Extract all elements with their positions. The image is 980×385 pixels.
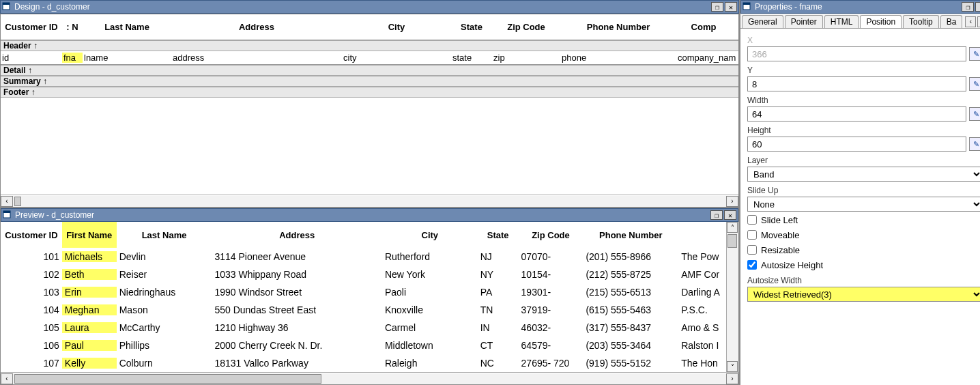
tab-pointer[interactable]: Pointer <box>785 15 823 28</box>
scroll-thumb[interactable] <box>14 197 21 206</box>
y-expr-button[interactable]: ✎ <box>969 77 980 91</box>
preview-scroll-thumb[interactable] <box>14 374 321 384</box>
table-row[interactable]: 104MeghanMason550 Dundas Street EastKnox… <box>1 301 726 319</box>
table-row[interactable]: 106PaulPhillips2000 Cherry Creek N. Dr.M… <box>1 337 726 354</box>
preview-column-header[interactable]: Last Name <box>117 222 212 248</box>
table-row[interactable]: 102BethReiser1033 Whippany RoadNew YorkN… <box>1 266 726 283</box>
preview-column-header[interactable]: Customer ID <box>1 222 62 248</box>
preview-column-header[interactable]: Phone Number <box>583 222 678 248</box>
design-field[interactable]: state <box>451 53 492 63</box>
height-expr-button[interactable]: ✎ <box>969 137 980 151</box>
table-cell: 46032- <box>519 322 583 333</box>
band-header[interactable]: Header ↑ <box>1 40 738 51</box>
design-column-header[interactable]: Comp <box>676 14 731 40</box>
scroll-up-button[interactable]: ˄ <box>727 222 738 233</box>
preview-column-header[interactable]: State <box>478 222 519 248</box>
table-cell: Meghan <box>62 304 117 315</box>
preview-window-icon <box>3 210 12 220</box>
preview-column-header[interactable]: Address <box>212 222 382 248</box>
design-field[interactable]: company_nam <box>676 53 731 63</box>
band-summary[interactable]: Summary ↑ <box>1 76 738 87</box>
table-cell: 104 <box>1 304 62 315</box>
moveable-checkbox[interactable] <box>747 230 757 240</box>
width-input[interactable] <box>747 106 966 122</box>
design-field[interactable]: address <box>171 53 342 63</box>
resizable-checkbox[interactable] <box>747 245 757 255</box>
properties-restore-button[interactable]: ❐ <box>962 2 974 12</box>
height-input[interactable] <box>747 137 966 152</box>
design-field[interactable]: lname <box>83 53 171 63</box>
design-column-header[interactable]: Last Name <box>83 14 171 40</box>
scroll-down-button[interactable]: ˅ <box>727 361 738 372</box>
preview-scroll-right-button[interactable]: › <box>726 373 738 384</box>
design-h-scrollbar[interactable]: ‹ › <box>1 195 738 207</box>
preview-column-header[interactable]: First Name <box>62 222 117 248</box>
svg-rect-3 <box>3 211 10 213</box>
preview-scroll-track[interactable] <box>13 373 726 384</box>
design-column-header[interactable]: Zip Code <box>492 14 560 40</box>
design-close-button[interactable]: ✕ <box>725 2 737 12</box>
table-cell: (201) 555-8966 <box>583 251 678 262</box>
table-row[interactable]: 101MichaelsDevlin3114 Pioneer AvenueRuth… <box>1 248 726 266</box>
design-restore-button[interactable]: ❐ <box>711 2 723 12</box>
tab-nav-right-button[interactable]: › <box>977 16 980 27</box>
vscroll-track[interactable] <box>727 233 738 361</box>
design-field[interactable]: zip <box>492 53 560 63</box>
layer-select[interactable]: Band <box>747 167 980 182</box>
table-row[interactable]: 103ErinNiedringhaus1990 Windsor StreetPa… <box>1 283 726 301</box>
autosize-height-checkbox[interactable] <box>747 260 757 270</box>
scroll-track[interactable] <box>13 196 726 207</box>
design-column-header[interactable]: State <box>451 14 492 40</box>
tab-general[interactable]: General <box>742 15 783 28</box>
tab-tooltip[interactable]: Tooltip <box>903 15 939 28</box>
properties-body: X ✎ Y ✎ Width ✎ Height ✎ Layer Band <box>740 29 980 306</box>
tab-html[interactable]: HTML <box>824 15 859 28</box>
table-cell: (203) 555-3464 <box>583 340 678 351</box>
table-row[interactable]: 105LauraMcCarthy1210 Highway 36CarmelIN4… <box>1 319 726 337</box>
design-field[interactable]: city <box>342 53 451 63</box>
band-footer[interactable]: Footer ↑ <box>1 87 738 98</box>
vscroll-thumb[interactable] <box>727 234 737 248</box>
table-cell: 107 <box>1 358 62 369</box>
design-column-header[interactable]: Address <box>171 14 342 40</box>
x-input[interactable] <box>747 46 966 61</box>
design-column-header[interactable]: Customer ID <box>1 14 62 40</box>
scroll-right-button[interactable]: › <box>726 196 738 207</box>
slideup-label: Slide Up <box>747 186 980 195</box>
preview-scroll-left-button[interactable]: ‹ <box>1 373 13 384</box>
table-cell: The Hon <box>678 358 726 369</box>
design-field[interactable]: phone <box>560 53 676 63</box>
tab-position[interactable]: Position <box>860 15 902 28</box>
resizable-label: Resizable <box>761 245 800 255</box>
properties-close-button[interactable]: ✕ <box>975 2 980 12</box>
table-cell: 07070- <box>519 251 583 262</box>
slide-left-checkbox[interactable] <box>747 215 757 225</box>
preview-column-header[interactable]: City <box>382 222 478 248</box>
design-column-header[interactable]: : N <box>62 14 83 40</box>
table-row[interactable]: 107KellyColburn18131 Vallco ParkwayRalei… <box>1 354 726 372</box>
preview-close-button[interactable]: ✕ <box>724 210 736 220</box>
table-cell: Michaels <box>62 251 117 262</box>
slideup-select[interactable]: None <box>747 197 980 212</box>
preview-restore-button[interactable]: ❐ <box>710 210 723 220</box>
tab-nav-left-button[interactable]: ‹ <box>965 16 976 27</box>
table-cell: NC <box>478 358 519 369</box>
preview-column-header[interactable]: Zip Code <box>519 222 583 248</box>
preview-column-header[interactable] <box>678 222 726 248</box>
scroll-left-button[interactable]: ‹ <box>1 196 13 207</box>
table-cell: (317) 555-8437 <box>583 322 678 333</box>
width-expr-button[interactable]: ✎ <box>969 107 980 121</box>
band-detail[interactable]: Detail ↑ <box>1 65 738 76</box>
design-field[interactable]: fna <box>62 53 83 63</box>
tab-ba[interactable]: Ba <box>940 15 963 28</box>
design-column-header[interactable]: Phone Number <box>560 14 676 40</box>
design-column-header[interactable]: City <box>342 14 451 40</box>
preview-h-scrollbar[interactable]: ‹ › <box>1 372 738 384</box>
x-expr-button[interactable]: ✎ <box>969 47 980 61</box>
autosize-width-select[interactable]: Widest Retrieved(3) <box>747 287 980 302</box>
design-field[interactable]: id <box>1 53 62 63</box>
preview-v-scrollbar[interactable]: ˄ ˅ <box>726 222 738 372</box>
properties-panel: Properties - fname ❐ ✕ GeneralPointerHTM… <box>740 0 980 385</box>
y-input[interactable] <box>747 76 966 91</box>
design-column-headers: Customer ID: NLast NameAddressCityStateZ… <box>1 14 738 40</box>
